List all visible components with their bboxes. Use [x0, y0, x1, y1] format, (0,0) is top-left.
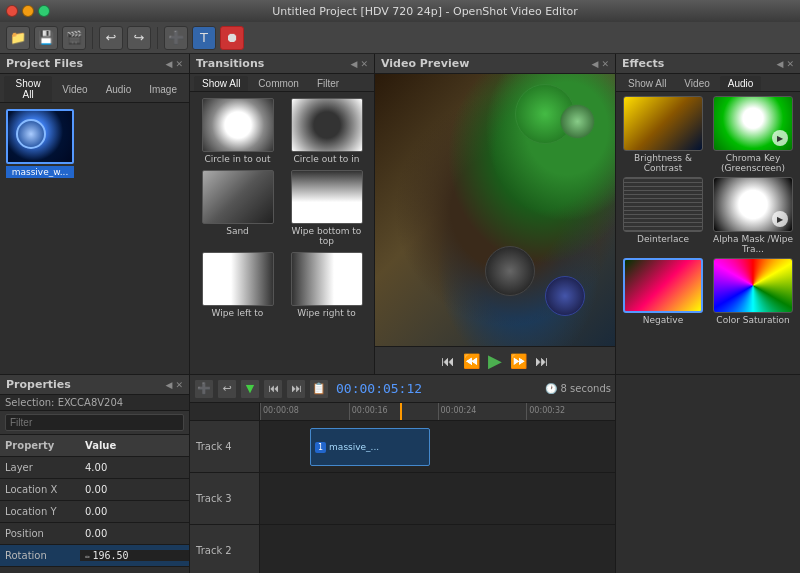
tab-image[interactable]: Image: [141, 76, 185, 102]
clock-icon: 🕐: [545, 383, 557, 394]
properties-close-icon[interactable]: ✕: [175, 380, 183, 390]
transition-thumb-circle-out[interactable]: [291, 98, 363, 152]
properties-filter-input[interactable]: [5, 414, 184, 431]
transition-thumb-wipe-right[interactable]: [291, 252, 363, 306]
transitions-tab-filter[interactable]: Filter: [309, 76, 347, 91]
rewind-button[interactable]: ⏪: [463, 353, 480, 369]
tl-undo-button[interactable]: ↩: [217, 379, 237, 399]
panel-controls[interactable]: ◀ ✕: [166, 59, 183, 69]
main-layout: Project Files ◀ ✕ Show All Video Audio I…: [0, 54, 800, 573]
properties-minimize-icon[interactable]: ◀: [166, 380, 173, 390]
record-button[interactable]: ⏺: [220, 26, 244, 50]
properties-filter[interactable]: [0, 411, 189, 435]
transition-thumb-circle-in[interactable]: [202, 98, 274, 152]
prop-val-layer[interactable]: 4.00: [80, 462, 189, 473]
play-button[interactable]: ▶: [488, 350, 502, 371]
track-2: Track 2: [190, 525, 615, 573]
transition-wipe-right[interactable]: Wipe right to: [285, 252, 368, 318]
panel-close-icon[interactable]: ✕: [175, 59, 183, 69]
video-controls[interactable]: ⏮ ⏪ ▶ ⏩ ⏭: [375, 346, 615, 374]
track-2-area[interactable]: [260, 525, 615, 573]
effect-thumb-negative[interactable]: [623, 258, 703, 313]
close-button[interactable]: [6, 5, 18, 17]
properties-controls[interactable]: ◀ ✕: [166, 380, 183, 390]
tab-audio[interactable]: Audio: [98, 76, 140, 102]
effects-close-icon[interactable]: ✕: [786, 59, 794, 69]
title-button[interactable]: T: [192, 26, 216, 50]
transition-circle-in[interactable]: Circle in to out: [196, 98, 279, 164]
effect-thumb-alpha-mask[interactable]: ▶: [713, 177, 793, 232]
effect-thumb-chroma[interactable]: ▶: [713, 96, 793, 151]
minimize-button[interactable]: [22, 5, 34, 17]
transition-thumb-wipe-bottom[interactable]: [291, 170, 363, 224]
add-button[interactable]: ➕: [164, 26, 188, 50]
video-close-icon[interactable]: ✕: [601, 59, 609, 69]
skip-end-button[interactable]: ⏭: [535, 353, 549, 369]
effect-thumb-brightness[interactable]: [623, 96, 703, 151]
tab-video[interactable]: Video: [54, 76, 95, 102]
effect-thumb-deinterlace[interactable]: [623, 177, 703, 232]
video-preview-controls[interactable]: ◀ ✕: [592, 59, 609, 69]
effect-alpha-mask[interactable]: ▶ Alpha Mask /Wipe Tra...: [710, 177, 796, 254]
track-4-area[interactable]: 1 massive_...: [260, 421, 615, 472]
ruler-marks-area: 00:00:08 00:00:16 00:00:24 00:00:32: [260, 403, 615, 420]
transitions-close-icon[interactable]: ✕: [360, 59, 368, 69]
effect-deinterlace[interactable]: Deinterlace: [620, 177, 706, 254]
prop-val-location-x[interactable]: 0.00: [80, 484, 189, 495]
effects-tabs[interactable]: Show All Video Audio: [616, 74, 800, 92]
effects-tab-show-all[interactable]: Show All: [620, 76, 674, 91]
import-button[interactable]: 🎬: [62, 26, 86, 50]
prop-val-rotation[interactable]: ✏196.50: [80, 550, 189, 561]
prop-val-position[interactable]: 0.00: [80, 528, 189, 539]
main-toolbar: 📁 💾 🎬 ↩ ↪ ➕ T ⏺: [0, 22, 800, 54]
tl-end-button[interactable]: ⏭: [286, 379, 306, 399]
window-controls[interactable]: [6, 5, 50, 17]
prop-val-location-y[interactable]: 0.00: [80, 506, 189, 517]
tab-show-all[interactable]: Show All: [4, 76, 52, 102]
transition-wipe-bottom[interactable]: Wipe bottom to top: [285, 170, 368, 246]
effects-minimize-icon[interactable]: ◀: [777, 59, 784, 69]
maximize-button[interactable]: [38, 5, 50, 17]
timeline-toolbar[interactable]: ➕ ↩ ▼ ⏮ ⏭ 📋 00:00:05:12 🕐 8 seconds: [190, 375, 615, 403]
tl-start-button[interactable]: ⏮: [263, 379, 283, 399]
effect-negative[interactable]: Negative: [620, 258, 706, 325]
track-3-area[interactable]: [260, 473, 615, 524]
effects-tab-video[interactable]: Video: [676, 76, 717, 91]
file-thumbnail[interactable]: [6, 109, 74, 164]
transitions-controls[interactable]: ◀ ✕: [351, 59, 368, 69]
effects-tab-audio[interactable]: Audio: [720, 76, 762, 91]
effects-bottom-panel: [615, 375, 800, 573]
tl-copy-button[interactable]: 📋: [309, 379, 329, 399]
effect-chroma[interactable]: ▶ Chroma Key (Greenscreen): [710, 96, 796, 173]
transitions-tabs[interactable]: Show All Common Filter: [190, 74, 374, 92]
transitions-tab-common[interactable]: Common: [250, 76, 307, 91]
transition-thumb-wipe-left[interactable]: [202, 252, 274, 306]
fast-forward-button[interactable]: ⏩: [510, 353, 527, 369]
tl-add-button[interactable]: ➕: [194, 379, 214, 399]
effect-color-sat[interactable]: Color Saturation: [710, 258, 796, 325]
property-layer: Layer 4.00: [0, 457, 189, 479]
skip-start-button[interactable]: ⏮: [441, 353, 455, 369]
redo-button[interactable]: ↪: [127, 26, 151, 50]
undo-button[interactable]: ↩: [99, 26, 123, 50]
transitions-tab-show-all[interactable]: Show All: [194, 76, 248, 91]
effect-thumb-color-sat[interactable]: [713, 258, 793, 313]
transition-thumb-sand[interactable]: [202, 170, 274, 224]
project-files-title: Project Files: [6, 57, 83, 70]
new-button[interactable]: 📁: [6, 26, 30, 50]
transition-wipe-left[interactable]: Wipe left to: [196, 252, 279, 318]
effects-controls[interactable]: ◀ ✕: [777, 59, 794, 69]
tl-menu-button[interactable]: ▼: [240, 379, 260, 399]
project-files-tabs[interactable]: Show All Video Audio Image: [0, 74, 189, 103]
transition-sand[interactable]: Sand: [196, 170, 279, 246]
video-circle-2: [560, 104, 595, 139]
transitions-minimize-icon[interactable]: ◀: [351, 59, 358, 69]
transition-label-wipe-left: Wipe left to: [212, 308, 264, 318]
panel-minimize-icon[interactable]: ◀: [166, 59, 173, 69]
video-minimize-icon[interactable]: ◀: [592, 59, 599, 69]
transition-circle-out[interactable]: Circle out to in: [285, 98, 368, 164]
file-item[interactable]: massive_w...: [6, 109, 183, 178]
effect-brightness[interactable]: Brightness & Contrast: [620, 96, 706, 173]
save-button[interactable]: 💾: [34, 26, 58, 50]
track-4-clip[interactable]: 1 massive_...: [310, 428, 430, 466]
